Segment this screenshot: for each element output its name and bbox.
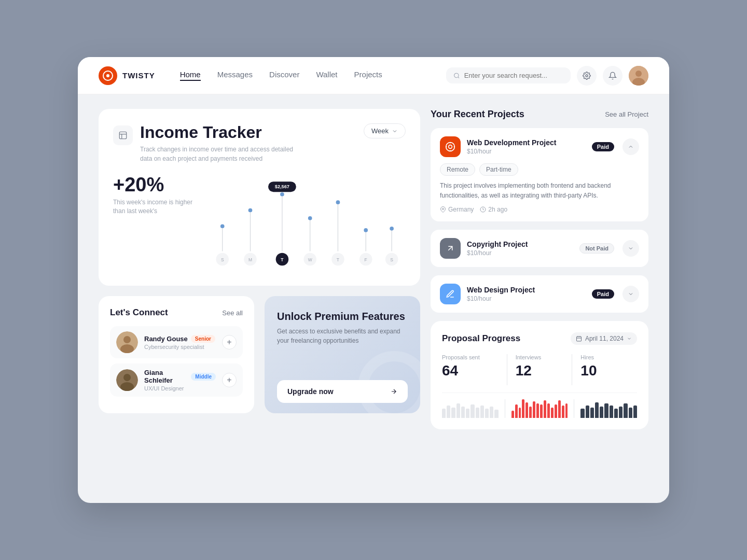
connect-card: Let's Connect See all <box>99 296 254 413</box>
person-avatar-1 <box>116 331 138 353</box>
proposal-date[interactable]: April 11, 2024 <box>571 332 637 345</box>
premium-decoration <box>358 351 420 413</box>
chevron-down-icon-3 <box>628 291 634 297</box>
mini-chart-gray <box>442 399 503 418</box>
project-info-1: Web Development Project $10/hour <box>467 138 556 155</box>
settings-icon <box>583 72 591 80</box>
middle-badge: Middle <box>191 373 216 381</box>
svg-line-56 <box>448 247 452 251</box>
expand-button-3[interactable] <box>622 286 639 302</box>
person-name-1: Randy Gouse Senior <box>144 335 216 343</box>
connect-see-all[interactable]: See all <box>222 309 243 317</box>
person-name-2: Giana Schleifer Middle <box>144 369 216 384</box>
stat-value-interviews: 12 <box>516 362 564 379</box>
svg-point-42 <box>123 336 131 343</box>
see-all-projects-link[interactable]: See all Project <box>605 110 648 118</box>
expand-button-1[interactable] <box>622 138 639 155</box>
svg-point-26 <box>390 227 394 231</box>
chart-container: $2,567 <box>206 170 406 275</box>
svg-point-21 <box>248 208 253 213</box>
mini-charts-row <box>442 393 637 418</box>
proposal-title: Proposal Progress <box>442 333 520 344</box>
settings-button[interactable] <box>577 66 597 86</box>
avatar[interactable] <box>629 66 648 86</box>
location-icon <box>440 206 446 213</box>
project-card-2-header: Copyright Project $10/hour Not Paid <box>440 238 639 259</box>
project-left-2: Copyright Project $10/hour <box>440 238 528 259</box>
svg-point-4 <box>586 75 588 77</box>
stat-proposals: Proposals sent 64 <box>442 354 507 385</box>
stat-label-interviews: Interviews <box>516 354 564 360</box>
income-percent: +20% <box>113 174 196 196</box>
income-subtitle: Track changes in income over time and ac… <box>140 145 296 163</box>
nav-discover[interactable]: Discover <box>269 70 299 81</box>
project-badge-1: Paid <box>592 142 614 151</box>
project-actions-1: Paid <box>592 138 639 155</box>
add-person-2-button[interactable]: + <box>222 373 237 387</box>
stat-value-proposals: 64 <box>442 362 499 379</box>
person-info-1: Randy Gouse Senior Cybersecurity special… <box>144 335 216 350</box>
add-person-1-button[interactable]: + <box>222 335 237 349</box>
svg-point-2 <box>454 73 459 77</box>
mini-chart-red <box>507 399 572 418</box>
senior-badge: Senior <box>191 335 215 343</box>
nav-wallet[interactable]: Wallet <box>316 70 337 81</box>
bell-icon <box>608 72 617 80</box>
expand-button-2[interactable] <box>622 240 639 257</box>
svg-point-24 <box>336 200 340 204</box>
stat-interviews: Interviews 12 <box>507 354 572 385</box>
recent-projects-title: Your Recent Projects <box>431 109 524 120</box>
logo-area: TWISTY <box>99 66 155 85</box>
svg-text:F: F <box>365 257 367 262</box>
project-info-2: Copyright Project $10/hour <box>467 240 528 257</box>
project-left-1: Web Development Project $10/hour <box>440 136 556 157</box>
svg-point-23 <box>308 216 312 220</box>
project-name-2: Copyright Project <box>467 240 528 248</box>
person-role-1: Cybersecurity specialist <box>144 344 216 350</box>
project-badge-2: Not Paid <box>579 243 614 254</box>
header-right <box>446 66 648 86</box>
project-rate-3: $10/hour <box>467 295 535 302</box>
svg-text:S: S <box>221 257 224 262</box>
income-stats: +20% This week's income is higher than l… <box>113 174 196 275</box>
svg-point-48 <box>446 143 455 151</box>
svg-point-6 <box>635 71 642 77</box>
svg-point-54 <box>442 208 444 210</box>
logo-text: TWISTY <box>122 71 155 80</box>
search-icon <box>453 72 460 79</box>
proposal-header: Proposal Progress April 11, 2024 <box>442 332 637 345</box>
project-card-3-header: Web Design Project $10/hour Paid <box>440 284 639 304</box>
nav-home[interactable]: Home <box>180 70 201 81</box>
nav-messages[interactable]: Messages <box>217 70 253 81</box>
search-bar[interactable] <box>446 67 571 83</box>
svg-text:$2,567: $2,567 <box>275 184 289 189</box>
nav-projects[interactable]: Projects <box>354 70 382 81</box>
right-column: Your Recent Projects See all Project Web… <box>431 109 648 429</box>
week-selector[interactable]: Week <box>364 123 406 138</box>
connect-title: Let's Connect <box>110 307 168 318</box>
tracker-icon <box>113 125 133 145</box>
income-header: Income Tracker Track changes in income o… <box>113 123 406 163</box>
svg-rect-57 <box>576 337 581 341</box>
premium-subtitle: Get access to exclusive benefits and exp… <box>277 327 408 345</box>
project-icon-1 <box>440 136 461 157</box>
search-input[interactable] <box>464 72 563 79</box>
income-title-area: Income Tracker Track changes in income o… <box>113 123 296 163</box>
svg-point-49 <box>449 145 452 149</box>
logo-icon <box>99 66 117 85</box>
notifications-button[interactable] <box>603 66 622 86</box>
project-badge-3: Paid <box>592 289 614 299</box>
income-note: This week's income is higher than last w… <box>113 198 196 216</box>
svg-text:T: T <box>337 257 339 262</box>
stat-label-proposals: Proposals sent <box>442 354 499 360</box>
income-chart: $2,567 <box>206 170 406 273</box>
project-tag-remote: Remote <box>440 163 475 176</box>
project-card-1-header: Web Development Project $10/hour Paid <box>440 136 639 157</box>
svg-point-25 <box>364 228 368 232</box>
project-desc-1: This project involves implementing both … <box>440 181 639 201</box>
person-info-2: Giana Schleifer Middle UX/UI Designer <box>144 369 216 391</box>
person-avatar-2 <box>116 369 138 391</box>
svg-text:W: W <box>308 257 312 262</box>
project-card-1: Web Development Project $10/hour Paid Re… <box>431 128 648 221</box>
svg-point-45 <box>123 374 131 381</box>
